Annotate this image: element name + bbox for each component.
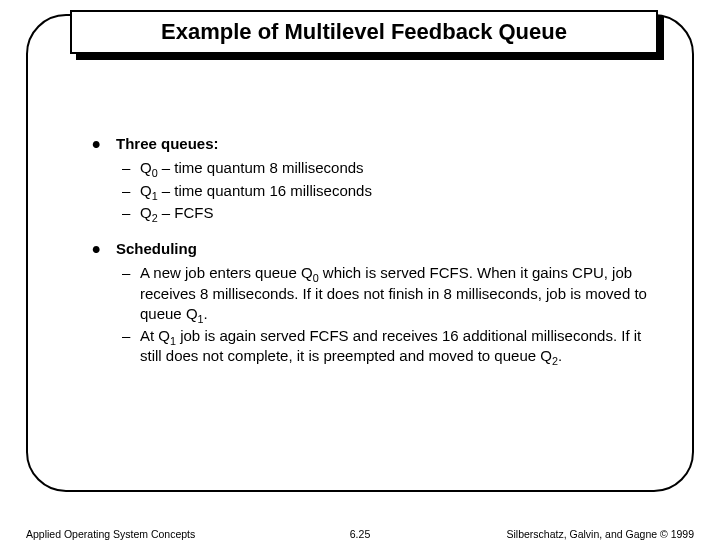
- title-box: Example of Multilevel Feedback Queue: [70, 10, 658, 54]
- s1-text-a: A new job enters queue Q: [140, 264, 313, 281]
- q0-desc: – time quantum 8 milliseconds: [158, 159, 364, 176]
- s2-text-b: job is again served FCFS and receives 16…: [140, 327, 641, 364]
- q1-desc: – time quantum 16 milliseconds: [158, 182, 372, 199]
- q2-symbol: Q: [140, 204, 152, 221]
- slide-title: Example of Multilevel Feedback Queue: [161, 19, 567, 45]
- q0-symbol: Q: [140, 159, 152, 176]
- subbullet-q1: Q1 – time quantum 16 milliseconds: [92, 181, 652, 201]
- slide-frame: Example of Multilevel Feedback Queue Thr…: [26, 14, 694, 492]
- footer-page-number: 6.25: [350, 528, 370, 540]
- subbullet-q0: Q0 – time quantum 8 milliseconds: [92, 158, 652, 178]
- s2-text-a: At Q: [140, 327, 170, 344]
- s2-text-c: .: [558, 347, 562, 364]
- bullet-three-queues: Three queues:: [92, 134, 652, 154]
- subbullet-sched-1: A new job enters queue Q0 which is serve…: [92, 263, 652, 324]
- q1-symbol: Q: [140, 182, 152, 199]
- footer-left: Applied Operating System Concepts: [26, 528, 195, 540]
- bullet-group-2: Scheduling A new job enters queue Q0 whi…: [92, 239, 652, 367]
- subbullet-sched-2: At Q1 job is again served FCFS and recei…: [92, 326, 652, 367]
- title-container: Example of Multilevel Feedback Queue: [70, 10, 658, 54]
- bullet-scheduling: Scheduling: [92, 239, 652, 259]
- footer-copyright: Silberschatz, Galvin, and Gagne © 1999: [506, 528, 694, 540]
- bullet-group-1: Three queues: Q0 – time quantum 8 millis…: [92, 134, 652, 223]
- s1-text-c: .: [204, 305, 208, 322]
- q2-desc: – FCFS: [158, 204, 214, 221]
- subbullet-q2: Q2 – FCFS: [92, 203, 652, 223]
- slide-body: Three queues: Q0 – time quantum 8 millis…: [92, 134, 652, 383]
